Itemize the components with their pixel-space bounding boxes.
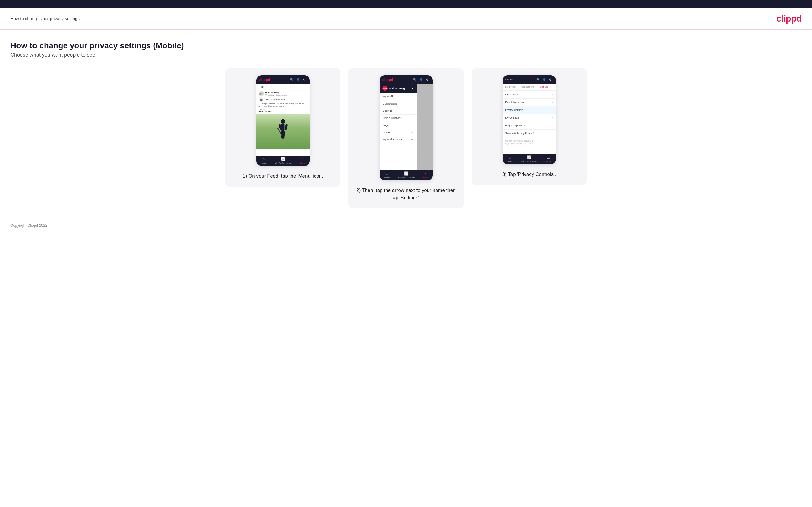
menu-icon-3: ☰	[547, 155, 550, 159]
settings-item-privacycontrols[interactable]: Privacy Controls ›	[503, 106, 556, 114]
menu-item-connections[interactable]: Connections	[379, 100, 417, 107]
search-icon-3: 🔍	[536, 77, 540, 82]
menu-icon-1: ☰	[301, 157, 304, 161]
lesson-title: Lesson with Fordy	[264, 98, 285, 101]
post-duration-label: Duration	[259, 108, 307, 110]
tab-myprofile[interactable]: My Profile	[503, 84, 519, 91]
settings-item-serviceprivacy[interactable]: Service & Privacy Policy ↗	[503, 129, 556, 137]
golfer-silhouette	[274, 118, 292, 147]
post-text: Looking to feel like my hands are exitin…	[259, 102, 307, 107]
menu-nav-home[interactable]: Home ▼	[379, 129, 417, 136]
feed-label: Feed	[256, 84, 310, 89]
phone-logo-1: clippd	[259, 77, 270, 82]
performance-icon-2: 📈	[404, 171, 408, 175]
post-user-row: BM Blair McHarg Yesterday · Sunningdale	[259, 91, 307, 96]
tab-menu-label-3: Menu	[546, 160, 552, 163]
helpsupport-label: Help & Support ↗	[506, 124, 525, 127]
phone-nav-bar-2: clippd 🔍 👤 ⚙	[379, 75, 433, 84]
tab-home-3: ⌂ Home	[507, 155, 513, 163]
post-duration-value: 01 hr : 30 min	[259, 110, 307, 112]
settings-footer: Clippd Client Version: 2022.8.3-3 GQL Se…	[503, 137, 556, 148]
performance-icon-3: 📈	[527, 155, 531, 159]
tab-performance-1: 📈 My Performance	[274, 157, 292, 164]
tab-menu-1: ☰ Menu	[300, 157, 305, 164]
menu-item-logout[interactable]: Logout	[379, 122, 417, 129]
menu-item-settings[interactable]: Settings	[379, 107, 417, 115]
myaccount-label: My Account	[506, 93, 518, 96]
tab-performance-label-3: My Performance	[521, 160, 538, 163]
nav-home-label: Home	[383, 131, 390, 134]
footer-copyright: Copyright Clippd 2022	[10, 223, 47, 227]
external-link-icon: ↗	[401, 117, 403, 119]
chevron-right-icon-1: ›	[552, 93, 553, 96]
search-icon-2: 🔍	[413, 77, 417, 82]
tab-menu-2: ✕ Menu	[423, 171, 428, 179]
mygolfbag-label: My Golf Bag	[506, 116, 519, 119]
tab-connections[interactable]: Connections	[518, 84, 537, 91]
post-subtitle: Yesterday · Sunningdale	[265, 94, 287, 96]
main-content: How to change your privacy settings (Mob…	[0, 30, 812, 214]
phone-tab-bar-2: ⌂ Home 📈 My Performance ✕ Menu	[379, 170, 433, 180]
settings-icon-2: ⚙	[425, 77, 430, 82]
menu-user-left: BM Blair McHarg	[383, 86, 405, 91]
tab-home-label-2: Home	[384, 176, 390, 179]
settings-back-bar: ‹ Back 🔍 👤 ⚙	[503, 75, 556, 84]
menu-item-myprofile[interactable]: My Profile	[379, 93, 417, 100]
chevron-up-icon: ▲	[411, 87, 414, 90]
back-button[interactable]: ‹ Back	[506, 78, 513, 81]
help-support-label: Help & Support	[383, 117, 401, 119]
logo: clippd	[776, 13, 802, 24]
step-1-caption: 1) On your Feed, tap the 'Menu' icon.	[243, 172, 323, 180]
version-gql: GQL Server Version: 2022.7.30-1	[506, 143, 553, 145]
tab-home-2: ⌂ Home	[384, 171, 390, 179]
step-3-caption: 3) Tap 'Privacy Controls'.	[502, 171, 556, 178]
settings-item-mygolfbag[interactable]: My Golf Bag ›	[503, 114, 556, 122]
settings-item-dataintegrations[interactable]: Data Integrations ›	[503, 99, 556, 106]
menu-item-helpsupport[interactable]: Help & Support ↗	[379, 115, 417, 122]
back-chevron-icon: ‹	[506, 78, 506, 81]
settings-icon-3: ⚙	[548, 77, 553, 82]
svg-point-0	[281, 119, 285, 124]
footer: Copyright Clippd 2022	[0, 214, 812, 233]
settings-item-helpsupport[interactable]: Help & Support ↗	[503, 122, 556, 129]
user-icon-3: 👤	[542, 77, 547, 82]
top-bar	[0, 0, 812, 8]
step-2-caption: 2) Then, tap the arrow next to your name…	[354, 187, 458, 202]
feed-content: Feed BM Blair McHarg Yesterday · Sunning…	[256, 84, 310, 156]
chevron-right-icon-4: ›	[552, 116, 553, 119]
settings-list: My Account › Data Integrations › Privacy…	[503, 91, 556, 154]
tab-settings-active[interactable]: Settings	[537, 84, 551, 91]
performance-icon-1: 📈	[281, 157, 285, 161]
settings-item-myaccount[interactable]: My Account ›	[503, 91, 556, 99]
settings-icon: ⚙	[302, 77, 307, 82]
header: How to change your privacy settings clip…	[0, 8, 812, 30]
step-2-card: clippd 🔍 👤 ⚙ BM Blair McHarg	[349, 68, 463, 208]
settings-tabs: My Profile Connections Settings	[503, 84, 556, 91]
phone-nav-icons-3: 🔍 👤 ⚙	[536, 77, 553, 82]
lesson-icon: 📹	[259, 97, 263, 102]
phone-tab-bar-3: ⌂ Home 📈 My Performance ☰ Menu	[503, 154, 556, 164]
post-user-info: Blair McHarg Yesterday · Sunningdale	[265, 91, 287, 96]
phone-nav-bar-1: clippd 🔍 👤 ⚙	[256, 75, 310, 84]
menu-user-avatar: BM	[383, 86, 388, 91]
chevron-right-icon-3: ›	[552, 109, 553, 111]
step-1-card: clippd 🔍 👤 ⚙ Feed BM Blair McHarg	[225, 68, 341, 187]
tab-performance-label-2: My Performance	[398, 176, 415, 179]
user-icon-2: 👤	[419, 77, 423, 82]
home-icon-3: ⌂	[509, 155, 511, 159]
phone-tab-bar-1: ⌂ Home 📈 My Performance ☰ Menu	[256, 156, 310, 166]
chevron-down-icon: ▼	[411, 131, 413, 134]
chevron-right-icon-2: ›	[552, 101, 553, 104]
step-3-phone: ‹ Back 🔍 👤 ⚙ My Profile Connections Sett…	[503, 75, 556, 164]
tab-performance-3: 📈 My Performance	[521, 155, 538, 163]
privacycontrols-label: Privacy Controls	[506, 109, 523, 111]
close-icon-2: ✕	[424, 171, 427, 175]
tab-home-1: ⌂ Home	[260, 157, 266, 164]
back-label: Back	[507, 78, 513, 81]
svg-rect-1	[282, 123, 285, 131]
feed-post: BM Blair McHarg Yesterday · Sunningdale …	[256, 89, 310, 114]
step-1-phone: clippd 🔍 👤 ⚙ Feed BM Blair McHarg	[256, 75, 310, 166]
step-3-card: ‹ Back 🔍 👤 ⚙ My Profile Connections Sett…	[471, 68, 587, 185]
step-2-phone: clippd 🔍 👤 ⚙ BM Blair McHarg	[379, 75, 433, 180]
menu-nav-performance[interactable]: My Performance ▼	[379, 136, 417, 143]
